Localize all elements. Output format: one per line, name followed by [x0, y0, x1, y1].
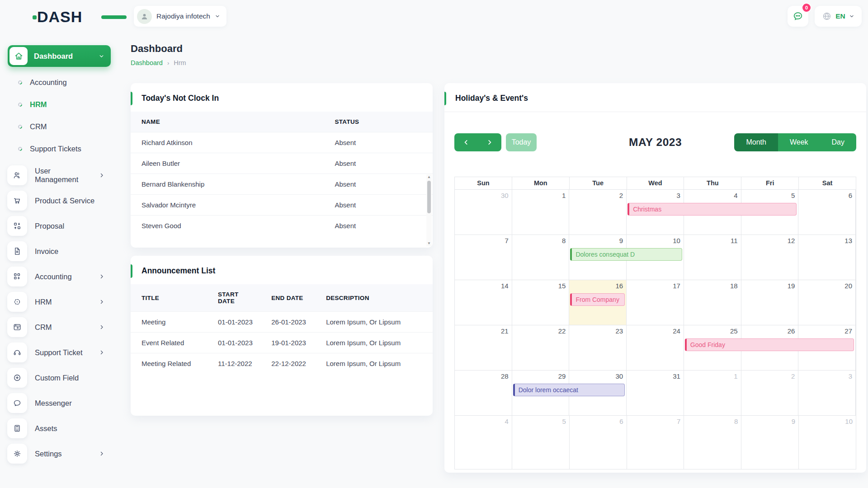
calendar-day-cell[interactable]: 8 [512, 235, 570, 280]
day-number: 6 [619, 418, 623, 425]
sidebar-subitem-hrm[interactable]: HRM [0, 94, 118, 116]
sidebar-subitem-support-tickets[interactable]: Support Tickets [0, 138, 118, 160]
calendar-day-cell[interactable]: 6 [570, 416, 627, 469]
calendar-day-cell[interactable]: 31 [627, 371, 684, 415]
day-number: 30 [615, 372, 623, 380]
calendar-day-cell[interactable]: 15 [512, 280, 570, 325]
sidebar-item-dashboard[interactable]: Dashboard [8, 45, 111, 67]
calendar-day-cell[interactable]: 28 [455, 371, 512, 415]
table-scrollbar[interactable]: ▲ ▼ [426, 174, 432, 246]
day-number: 7 [505, 237, 508, 244]
day-number: 7 [677, 418, 680, 425]
calendar-day-cell[interactable]: 2 [741, 371, 799, 415]
day-header-wed: Wed [627, 177, 684, 189]
calendar-day-cell[interactable]: 13 [798, 235, 856, 280]
calendar-day-cell[interactable]: 8 [684, 416, 741, 469]
table-row: Salvador McintyreAbsent [131, 195, 433, 216]
calendar-day-cell[interactable]: 11 [684, 235, 741, 280]
breadcrumb: Dashboard › Hrm [131, 59, 186, 66]
end-date: 26-01-2023 [260, 312, 315, 333]
sidebar-item-custom-field[interactable]: Custom Field [0, 365, 118, 390]
app-logo[interactable]: DASH [37, 8, 109, 26]
day-number: 8 [734, 418, 738, 425]
calendar-day-cell[interactable]: 19 [741, 280, 799, 325]
calendar-toolbar: MAY 2023 Today MonthWeekDay [454, 133, 856, 151]
calendar-day-cell[interactable]: 6 [798, 190, 856, 235]
bullet-icon [17, 80, 23, 85]
scroll-up-icon[interactable]: ▲ [426, 174, 432, 180]
sidebar-item-product-service[interactable]: Product & Service [0, 188, 118, 213]
sidebar-subitem-accounting[interactable]: Accounting [0, 71, 118, 94]
sidebar-item-assets[interactable]: Assets [0, 416, 118, 441]
calendar-day-cell[interactable]: 20 [798, 280, 856, 325]
calendar-day-cell[interactable]: 21 [455, 325, 512, 370]
calendar-day-cell[interactable]: 4 [455, 416, 512, 469]
calendar-day-cell[interactable]: 9 [741, 416, 799, 469]
calendar-view-month[interactable]: Month [734, 133, 778, 151]
messages-button[interactable]: 0 [788, 6, 808, 27]
sidebar-item-messenger[interactable]: Messenger [0, 390, 118, 416]
sidebar-subitem-crm[interactable]: CRM [0, 116, 118, 138]
calendar-day-cell[interactable]: 22 [512, 325, 570, 370]
day-number: 3 [677, 192, 680, 199]
calendar-day-cell[interactable]: 14 [455, 280, 512, 325]
sidebar-item-invoice[interactable]: Invoice [0, 239, 118, 264]
company-selector[interactable]: Rajodiya infotech [134, 6, 226, 27]
app-root: DASH Rajodiya infotech 0 EN [0, 0, 868, 488]
day-number: 2 [791, 372, 795, 380]
calendar-day-cell[interactable]: 7 [627, 416, 684, 469]
chevron-down-icon [849, 14, 854, 19]
sidebar-item-accounting[interactable]: Accounting [0, 264, 118, 289]
start-date: 01-01-2023 [207, 333, 260, 353]
calendar-event-dolor-lorem-occaecat[interactable]: Dolor lorem occaecat [513, 384, 625, 396]
day-number: 19 [788, 282, 795, 290]
day-number: 9 [619, 237, 623, 244]
scroll-down-icon[interactable]: ▼ [426, 241, 432, 246]
calendar-day-cell[interactable]: 18 [684, 280, 741, 325]
scrollbar-thumb[interactable] [427, 181, 431, 213]
chevron-right-icon [99, 350, 104, 355]
day-number: 5 [562, 418, 566, 425]
day-number: 13 [844, 237, 852, 244]
calendar-day-cell[interactable]: 1 [684, 371, 741, 415]
calendar-day-cell[interactable]: 3 [798, 371, 856, 415]
calendar-week-row: 21222324252627Good Friday [455, 325, 856, 371]
calendar-day-cell[interactable]: 1 [512, 190, 570, 235]
calendar-day-cell[interactable]: 10 [799, 416, 856, 469]
day-number: 15 [558, 282, 566, 290]
calendar-event-dolores-consequat-d[interactable]: Dolores consequat D [570, 248, 682, 261]
language-selector[interactable]: EN [815, 6, 862, 27]
sidebar-item-proposal[interactable]: Proposal [0, 213, 118, 239]
employee-name: Aileen Butler [131, 153, 324, 174]
calendar-day-cell[interactable]: 2 [569, 190, 627, 235]
sidebar-item-label: HRM [35, 298, 52, 306]
calendar-day-cell[interactable]: 7 [455, 235, 512, 280]
calendar-event-christmas[interactable]: Christmas [627, 203, 797, 216]
calendar-day-cell[interactable]: 23 [569, 325, 627, 370]
bullet-icon [17, 124, 23, 130]
sidebar-item-support-ticket[interactable]: Support Ticket [0, 340, 118, 365]
calendar-day-cell[interactable]: 30 [455, 190, 512, 235]
calendar-view-week[interactable]: Week [778, 133, 820, 151]
calendar-day-cell[interactable]: 12 [741, 235, 799, 280]
calendar-view-day[interactable]: Day [820, 133, 856, 151]
sidebar-subitem-label: HRM [30, 100, 47, 109]
cart-icon [7, 191, 27, 211]
calendar-day-cell[interactable]: 5 [512, 416, 570, 469]
sidebar-item-settings[interactable]: Settings [0, 441, 118, 466]
sidebar-item-user-management[interactable]: User Management [0, 163, 118, 188]
calendar-event-from-company[interactable]: From Company [570, 293, 625, 306]
logo-accent-dot [33, 15, 37, 19]
sidebar-item-label: Settings [35, 450, 62, 458]
breadcrumb-link-dashboard[interactable]: Dashboard [131, 59, 163, 66]
day-number: 28 [501, 372, 509, 380]
calendar-day-cell[interactable]: 24 [627, 325, 684, 370]
calendar-day-cell[interactable]: 17 [627, 280, 684, 325]
calendar-event-good-friday[interactable]: Good Friday [685, 338, 854, 351]
sidebar-item-label: Invoice [35, 247, 58, 256]
card-header: Holiday's & Event's [444, 83, 866, 112]
users-icon [7, 165, 27, 185]
sidebar-item-label: User Management [35, 167, 91, 184]
sidebar-item-crm[interactable]: CRM [0, 314, 118, 340]
sidebar-item-hrm[interactable]: HRM [0, 289, 118, 314]
